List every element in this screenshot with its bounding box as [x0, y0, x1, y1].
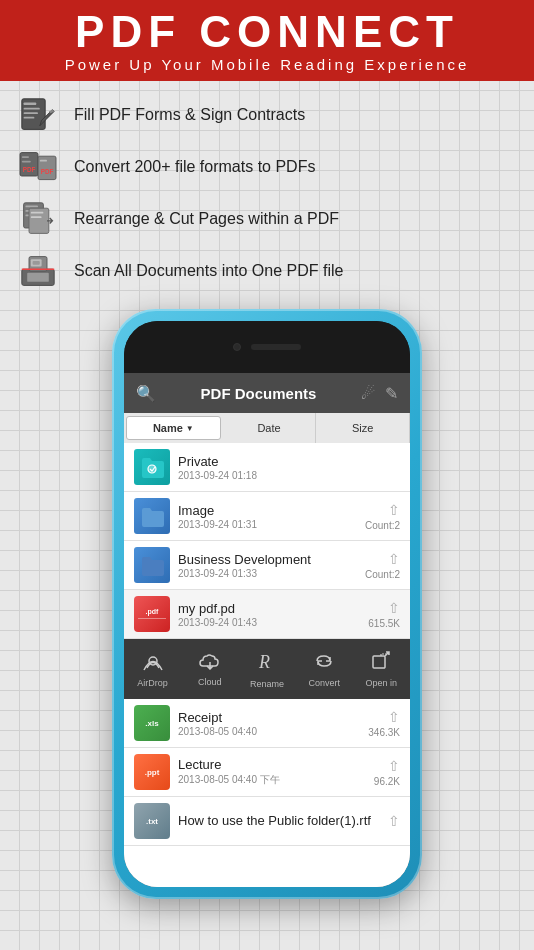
table-row[interactable]: Image 2013-09-24 01:31 ⇧ Count:2 [124, 492, 410, 541]
table-row[interactable]: Business Development 2013-09-24 01:33 ⇧ … [124, 541, 410, 590]
file-date: 2013-08-05 04:40 [178, 726, 368, 737]
file-info-receipt: Receipt 2013-08-05 04:40 [178, 710, 368, 737]
file-info-business: Business Development 2013-09-24 01:33 [178, 552, 365, 579]
scan-icon [16, 251, 60, 291]
file-name: Business Development [178, 552, 365, 567]
phone-body: 🔍 PDF Documents ☄ ✎ Name ▼ Date [112, 309, 422, 899]
grid-icon[interactable]: ☄ [361, 384, 375, 403]
table-row[interactable]: .ppt Lecture 2013-08-05 04:40 下午 ⇧ 96.2K [124, 748, 410, 797]
share-icon[interactable]: ⇧ [388, 758, 400, 774]
app-screen: 🔍 PDF Documents ☄ ✎ Name ▼ Date [124, 373, 410, 887]
folder-icon-private [134, 449, 170, 485]
file-name: Image [178, 503, 365, 518]
features-list: Fill PDF Forms & Sign Contracts PDF PDF … [0, 81, 534, 305]
svg-rect-4 [24, 117, 35, 119]
nav-right-icons: ☄ ✎ [361, 384, 398, 403]
svg-text:PDF: PDF [23, 166, 36, 173]
file-meta-pdf: ⇧ 615.5K [368, 600, 400, 629]
cloud-label: Cloud [198, 677, 222, 687]
open-in-button[interactable]: Open in [359, 651, 403, 688]
share-icon[interactable]: ⇧ [388, 502, 400, 518]
table-row[interactable]: .txt How to use the Public folder(1).rtf… [124, 797, 410, 846]
svg-rect-6 [22, 156, 29, 158]
file-meta-howto: ⇧ [388, 813, 400, 829]
cloud-icon [199, 652, 221, 675]
rearrange-icon [16, 199, 60, 239]
svg-text:R: R [258, 652, 270, 672]
svg-rect-3 [24, 112, 38, 114]
share-icon[interactable]: ⇧ [388, 551, 400, 567]
rename-label: Rename [250, 679, 284, 689]
file-size: 96.2K [374, 776, 400, 787]
convert-button[interactable]: Convert [302, 651, 346, 688]
svg-rect-1 [24, 102, 37, 105]
file-size: 346.3K [368, 727, 400, 738]
cloud-button[interactable]: Cloud [188, 652, 232, 687]
file-name: How to use the Public folder(1).rtf [178, 813, 388, 828]
file-icon-ppt: .ppt [134, 754, 170, 790]
file-info-image: Image 2013-09-24 01:31 [178, 503, 365, 530]
convert-label: Convert [308, 678, 340, 688]
share-icon[interactable]: ⇧ [388, 600, 400, 616]
convert-icon: PDF PDF [16, 147, 60, 187]
svg-rect-23 [33, 261, 40, 265]
share-icon[interactable]: ⇧ [388, 709, 400, 725]
table-row[interactable]: .pdf my pdf.pd 2013-09-24 01:43 ⇧ 615.5K [124, 590, 410, 639]
file-name: Lecture [178, 757, 374, 772]
feature-scan-text: Scan All Documents into One PDF file [74, 262, 343, 280]
file-icon-txt: .txt [134, 803, 170, 839]
file-icon-pdf: .pdf [134, 596, 170, 632]
table-row[interactable]: .xls Receipt 2013-08-05 04:40 ⇧ 346.3K [124, 699, 410, 748]
feature-rearrange-text: Rearrange & Cut Pages within a PDF [74, 210, 339, 228]
feature-convert: PDF PDF Convert 200+ file formats to PDF… [16, 141, 518, 193]
table-row[interactable]: Private 2013-09-24 01:18 [124, 443, 410, 492]
open-in-label: Open in [366, 678, 398, 688]
svg-rect-20 [27, 273, 49, 282]
file-count: Count:2 [365, 520, 400, 531]
feature-fill-text: Fill PDF Forms & Sign Contracts [74, 106, 305, 124]
share-icon[interactable]: ⇧ [388, 813, 400, 829]
file-info-pdf: my pdf.pd 2013-09-24 01:43 [178, 601, 368, 628]
file-name: Private [178, 454, 400, 469]
file-info-lecture: Lecture 2013-08-05 04:40 下午 [178, 757, 374, 787]
svg-text:PDF: PDF [41, 168, 54, 175]
file-list: Private 2013-09-24 01:18 Image [124, 443, 410, 887]
rename-button[interactable]: R Rename [245, 650, 289, 689]
app-title: PDF CONNECT [10, 10, 524, 54]
phone-top-bar [124, 321, 410, 373]
phone-mockup: 🔍 PDF Documents ☄ ✎ Name ▼ Date [0, 309, 534, 899]
edit-icon[interactable]: ✎ [385, 384, 398, 403]
file-icon-xls: .xls [134, 705, 170, 741]
sort-size[interactable]: Size [316, 413, 410, 443]
search-icon[interactable]: 🔍 [136, 384, 156, 403]
file-meta-lecture: ⇧ 96.2K [374, 758, 400, 787]
rename-icon: R [256, 650, 278, 677]
feature-scan: Scan All Documents into One PDF file [16, 245, 518, 297]
svg-rect-2 [24, 108, 40, 110]
file-date: 2013-09-24 01:33 [178, 568, 365, 579]
feature-convert-text: Convert 200+ file formats to PDFs [74, 158, 315, 176]
sort-date[interactable]: Date [223, 413, 317, 443]
airdrop-button[interactable]: AirDrop [131, 651, 175, 688]
convert-tool-icon [313, 651, 335, 676]
folder-icon-business [134, 547, 170, 583]
phone-screen-container: 🔍 PDF Documents ☄ ✎ Name ▼ Date [124, 321, 410, 887]
airdrop-label: AirDrop [137, 678, 168, 688]
nav-title: PDF Documents [201, 385, 317, 402]
svg-rect-18 [31, 216, 42, 218]
sort-name[interactable]: Name ▼ [126, 416, 221, 440]
svg-rect-7 [22, 161, 31, 163]
file-meta-receipt: ⇧ 346.3K [368, 709, 400, 738]
file-date: 2013-08-05 04:40 下午 [178, 773, 374, 787]
app-subtitle: Power Up Your Mobile Reading Experience [10, 56, 524, 73]
navigation-bar: 🔍 PDF Documents ☄ ✎ [124, 373, 410, 413]
feature-rearrange: Rearrange & Cut Pages within a PDF [16, 193, 518, 245]
file-meta-business: ⇧ Count:2 [365, 551, 400, 580]
app-header: PDF CONNECT Power Up Your Mobile Reading… [0, 0, 534, 81]
svg-rect-17 [31, 212, 44, 214]
open-in-icon [370, 651, 392, 676]
action-toolbar: AirDrop Cloud [124, 639, 410, 699]
file-date: 2013-09-24 01:18 [178, 470, 400, 481]
file-name: my pdf.pd [178, 601, 368, 616]
airdrop-icon [142, 651, 164, 676]
